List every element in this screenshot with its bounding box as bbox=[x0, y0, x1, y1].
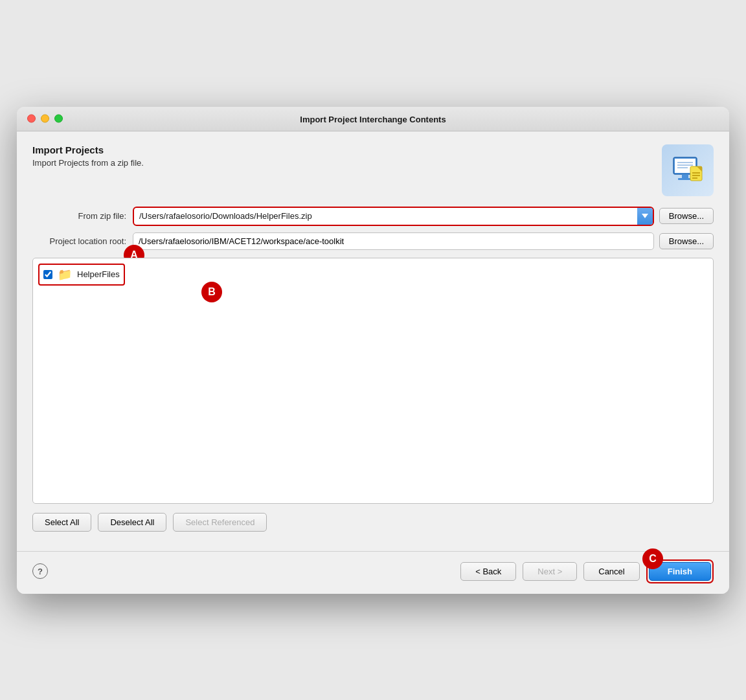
zip-file-input[interactable] bbox=[134, 208, 637, 224]
title-bar: Import Project Interchange Contents bbox=[17, 107, 729, 131]
header-left: Import Projects Import Projects from a z… bbox=[32, 144, 144, 168]
zip-input-wrapper bbox=[133, 207, 654, 226]
maximize-button[interactable] bbox=[54, 115, 63, 123]
close-button[interactable] bbox=[27, 115, 36, 123]
header-row: Import Projects Import Projects from a z… bbox=[32, 144, 714, 196]
help-button[interactable]: ? bbox=[32, 563, 48, 579]
minimize-button[interactable] bbox=[41, 115, 49, 123]
form-section: From zip file: Browse... Project l bbox=[32, 207, 714, 250]
annotation-c: C bbox=[642, 548, 663, 569]
location-label: Project location root: bbox=[32, 236, 133, 246]
svg-rect-5 bbox=[682, 174, 688, 178]
chevron-down-icon bbox=[642, 214, 648, 218]
select-all-button[interactable]: Select All bbox=[32, 513, 91, 532]
page-subtitle: Import Projects from a zip file. bbox=[32, 158, 144, 168]
project-item[interactable]: 📁 HelperFiles bbox=[38, 264, 125, 286]
main-window: Import Project Interchange Contents Impo… bbox=[17, 107, 729, 594]
zip-dropdown-button[interactable] bbox=[637, 208, 653, 225]
traffic-lights bbox=[27, 115, 63, 123]
back-button[interactable]: < Back bbox=[460, 562, 516, 581]
footer: ? < Back Next > Cancel Finish C bbox=[17, 551, 729, 594]
zip-label: From zip file: bbox=[32, 211, 133, 221]
deselect-all-button[interactable]: Deselect All bbox=[98, 513, 166, 532]
action-button-row: Select All Deselect All Select Reference… bbox=[32, 513, 714, 532]
location-input-container: Browse... bbox=[133, 232, 714, 250]
project-list-area: 📁 HelperFiles B bbox=[32, 258, 714, 504]
location-input[interactable] bbox=[133, 232, 654, 250]
svg-marker-12 bbox=[642, 214, 648, 218]
nav-buttons: < Back Next > Cancel Finish bbox=[460, 559, 714, 583]
project-name: HelperFiles bbox=[77, 269, 120, 279]
folder-icon: 📁 bbox=[58, 267, 72, 282]
browse-zip-button[interactable]: Browse... bbox=[659, 208, 714, 224]
import-icon bbox=[670, 152, 706, 188]
browse-location-button[interactable]: Browse... bbox=[659, 233, 714, 249]
cancel-button[interactable]: Cancel bbox=[583, 562, 639, 581]
page-title: Import Projects bbox=[32, 144, 144, 155]
window-title: Import Project Interchange Contents bbox=[27, 115, 719, 124]
import-icon-area bbox=[662, 144, 714, 196]
content-area: Import Projects Import Projects from a z… bbox=[17, 131, 729, 532]
zip-input-container: Browse... bbox=[133, 207, 714, 226]
project-checkbox[interactable] bbox=[43, 270, 52, 279]
next-button[interactable]: Next > bbox=[523, 562, 577, 581]
select-referenced-button[interactable]: Select Referenced bbox=[173, 513, 267, 532]
zip-file-row: From zip file: Browse... bbox=[32, 207, 714, 226]
annotation-b: B bbox=[201, 282, 222, 302]
